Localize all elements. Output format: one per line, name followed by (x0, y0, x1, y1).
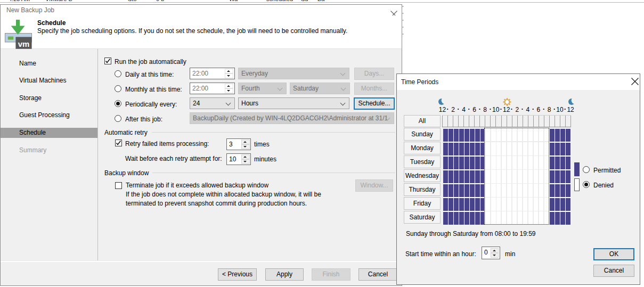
svg-text:vm: vm (18, 39, 30, 48)
